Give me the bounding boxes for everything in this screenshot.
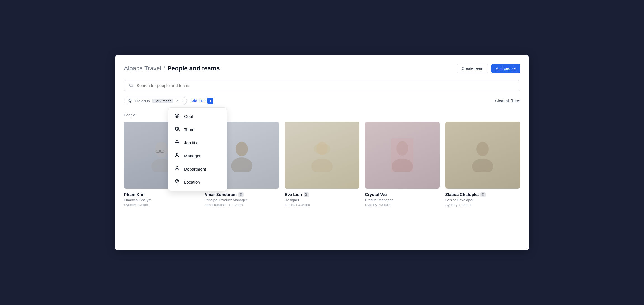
- person-role-amar: Principal Product Manager: [204, 198, 279, 202]
- person-card-zlatica[interactable]: Zlatica Chalupka 8 Senior Developer Sydn…: [445, 122, 520, 207]
- filter-dropdown: Goal Team: [168, 107, 227, 191]
- person-loc-pham-kim: Sydney 7:34am: [124, 203, 199, 207]
- svg-point-31: [476, 142, 489, 156]
- svg-point-13: [178, 169, 179, 170]
- svg-point-18: [155, 142, 168, 157]
- dropdown-item-manager[interactable]: Manager: [168, 149, 227, 162]
- dropdown-item-goal-label: Goal: [184, 114, 193, 119]
- dropdown-item-job-title[interactable]: Job title: [168, 136, 227, 149]
- dropdown-item-jobtitle-label: Job title: [184, 140, 199, 145]
- filter-chip-value: Dark mode: [152, 99, 173, 103]
- clear-all-filters-button[interactable]: Clear all filters: [495, 99, 520, 103]
- svg-rect-30: [391, 138, 413, 172]
- add-filter-button[interactable]: Add filter +: [190, 98, 213, 104]
- svg-point-12: [175, 169, 176, 170]
- svg-point-26: [314, 143, 330, 155]
- person-role-pham-kim: Financial Analyst: [124, 198, 199, 202]
- person-name-amar: Amar Sundaram 8: [204, 192, 279, 197]
- department-icon: [174, 166, 180, 172]
- svg-point-7: [177, 127, 178, 129]
- briefcase-icon: [174, 140, 180, 146]
- app-name: Alpaca Travel: [124, 65, 161, 72]
- dropdown-item-location-label: Location: [184, 180, 200, 185]
- dropdown-item-team-label: Team: [184, 127, 194, 132]
- add-filter-label: Add filter: [190, 99, 206, 103]
- svg-line-1: [132, 86, 133, 88]
- filter-chip-label: Project is: [135, 99, 150, 103]
- person-card-eva[interactable]: Eva Lien 2 Designer Toronto 3:34pm: [285, 122, 359, 207]
- add-people-button[interactable]: Add people: [491, 64, 520, 73]
- avatar-zlatica: [445, 122, 520, 189]
- app-window: Alpaca Travel / People and teams Create …: [115, 55, 529, 250]
- avatar-crystal: [365, 122, 440, 189]
- breadcrumb-separator: /: [163, 65, 165, 72]
- team-icon: [174, 126, 180, 133]
- filter-icon: [128, 98, 133, 103]
- person-card-crystal[interactable]: Crystal Wu Product Manager Sydney 7:34am: [365, 122, 440, 207]
- create-team-button[interactable]: Create team: [457, 64, 488, 73]
- badge-amar: 8: [238, 192, 244, 197]
- person-loc-zlatica: Sydney 7:34am: [445, 203, 520, 207]
- dropdown-item-manager-label: Manager: [184, 153, 201, 158]
- location-icon: [174, 179, 180, 185]
- filter-bar: Project is Dark mode ✕ + Add filter + Cl…: [124, 97, 520, 105]
- svg-point-23: [236, 142, 248, 156]
- person-role-zlatica: Senior Developer: [445, 198, 520, 202]
- filter-chip-project: Project is Dark mode ✕ +: [124, 97, 187, 105]
- svg-point-27: [311, 159, 333, 172]
- header: Alpaca Travel / People and teams Create …: [124, 64, 520, 73]
- badge-eva: 2: [304, 192, 309, 197]
- person-name-pham-kim: Pham Kim: [124, 192, 199, 197]
- dropdown-item-department-label: Department: [184, 167, 206, 171]
- add-filter-plus-icon: +: [207, 98, 213, 104]
- badge-zlatica: 8: [480, 192, 486, 197]
- dropdown-item-location[interactable]: Location: [168, 176, 227, 189]
- avatar-eva: [285, 122, 359, 189]
- person-role-eva: Designer: [285, 198, 359, 202]
- svg-line-15: [176, 168, 177, 169]
- search-bar: [124, 80, 520, 91]
- svg-point-24: [231, 157, 252, 172]
- header-actions: Create team Add people: [457, 64, 520, 73]
- search-icon: [129, 83, 134, 88]
- svg-point-0: [130, 84, 132, 87]
- svg-point-5: [177, 115, 177, 116]
- person-loc-amar: San Francisco 12:34pm: [204, 203, 279, 207]
- dropdown-item-team[interactable]: Team: [168, 123, 227, 136]
- svg-point-17: [177, 181, 178, 182]
- search-input[interactable]: [137, 83, 515, 88]
- filter-chip-add[interactable]: +: [181, 99, 183, 103]
- svg-point-10: [176, 153, 178, 155]
- goal-icon: [174, 113, 180, 120]
- person-role-crystal: Product Manager: [365, 198, 440, 202]
- svg-point-32: [472, 159, 493, 172]
- page-title: People and teams: [167, 65, 220, 72]
- person-loc-eva: Toronto 3:34pm: [285, 203, 359, 207]
- svg-point-11: [177, 166, 178, 167]
- person-name-crystal: Crystal Wu: [365, 192, 440, 197]
- person-name-eva: Eva Lien 2: [285, 192, 359, 197]
- dropdown-item-goal[interactable]: Goal: [168, 110, 227, 123]
- header-title: Alpaca Travel / People and teams: [124, 65, 220, 72]
- manager-icon: [174, 153, 180, 159]
- person-loc-crystal: Sydney 7:34am: [365, 203, 440, 207]
- person-name-zlatica: Zlatica Chalupka 8: [445, 192, 520, 197]
- filter-chip-remove[interactable]: ✕: [176, 99, 179, 103]
- dropdown-item-department[interactable]: Department: [168, 162, 227, 176]
- svg-line-16: [177, 168, 178, 169]
